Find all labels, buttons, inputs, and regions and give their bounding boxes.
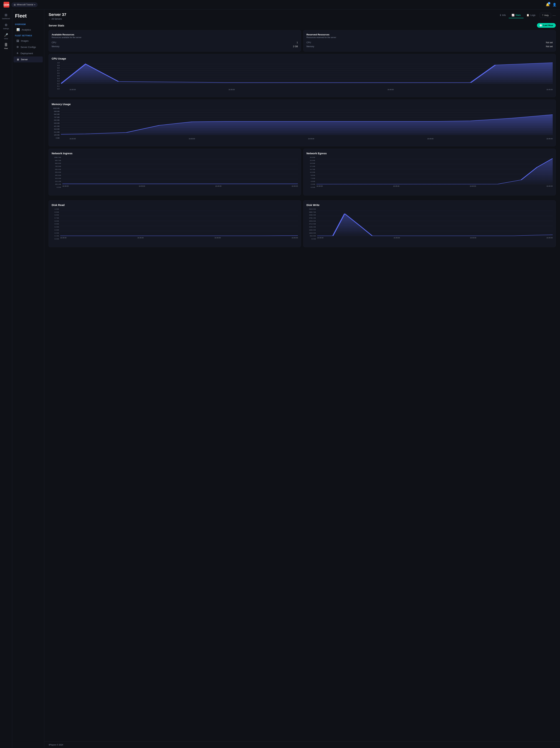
sidebar-item-fleet[interactable]: 🗄 Fleet — [0, 41, 12, 51]
nav-item-label: Analytics — [22, 28, 31, 31]
project-badge[interactable]: ⊞ Minecraft Tutorial ▾ — [11, 2, 38, 7]
brand-logo: ODIN — [4, 2, 9, 7]
reserved-cpu-label: CPU — [307, 41, 311, 44]
cpu-chart-area: 16:30:0016:35:0016:40:0016:45:00 — [61, 62, 553, 91]
last-hour-label: Last Hour — [543, 24, 553, 27]
sidebar-item-voice[interactable]: 🎤 Voice — [0, 31, 12, 41]
nav-item-server-configs[interactable]: ⚙ Server Configs — [14, 44, 43, 50]
network-charts-row: Network Ingress 1050.7 KB945.7 KB840.6 K… — [49, 149, 556, 198]
tab-stats[interactable]: 📈 Stats — [509, 12, 524, 18]
cpu-value: 1 — [297, 41, 298, 44]
reserved-memory-row: Memory Not set — [307, 45, 553, 48]
analytics-icon: 📊 — [17, 28, 20, 31]
cpu-label: CPU — [52, 41, 56, 44]
arrow-left-icon: ← — [49, 18, 51, 20]
ingress-chart-wrapper: 1050.7 KB945.7 KB840.6 KB735.5 KB 630.4 … — [52, 157, 298, 192]
disk-write-x-axis: 16:30:0016:35:0016:40:0016:45:00 — [317, 237, 553, 239]
topbar-left: ODIN ⊞ Minecraft Tutorial ▾ — [4, 2, 38, 7]
footer-text: 4Players © 2024 — [49, 744, 63, 746]
logs-icon: 📋 — [527, 14, 529, 17]
disk-write-wrapper: 5423.0 KB4880.7 KB4338.4 KB3796.1 KB 325… — [307, 208, 553, 244]
notifications-button[interactable]: 🔔 9 — [546, 3, 550, 7]
sidebar: ⊞ Dashboard ⚙ Settings 🎤 Voice 🗄 Fleet — [0, 9, 12, 748]
images-icon: 🖼 — [17, 39, 19, 42]
memory-y-axis: 1053 MB948 MB842 MB737 MB 632 MB526 MB42… — [52, 108, 60, 139]
memory-chart-title: Memory Usage — [52, 102, 553, 106]
disk-write-title: Disk Write — [307, 204, 553, 207]
resource-row-memory: Memory 2 GB — [52, 45, 298, 48]
sidebar-item-dashboard[interactable]: ⊞ Dashboard — [0, 11, 12, 21]
server-actions: ℹ Info 📈 Stats 📋 Logs ? — [497, 12, 556, 18]
topbar-right: 🔔 9 👤 — [546, 3, 556, 7]
reserved-memory-value: Not set — [546, 45, 553, 48]
settings-icon: ⚙ — [5, 23, 7, 27]
tab-label: Info — [502, 14, 506, 17]
available-resources-title: Available Resources — [52, 33, 298, 36]
disk-read-x-axis: 16:30:0016:35:0016:40:0016:45:00 — [60, 237, 298, 239]
cpu-chart-title: CPU Usage — [52, 57, 553, 60]
svg-text:ODIN: ODIN — [4, 3, 9, 6]
notification-count: 9 — [548, 2, 550, 4]
nav-item-label: Server Configs — [21, 46, 36, 48]
user-avatar[interactable]: 👤 — [553, 3, 556, 7]
tab-label: Logs — [530, 14, 535, 17]
dashboard-icon: ⊞ — [5, 13, 7, 17]
stats-icon: 📈 — [512, 14, 514, 17]
fleet-icon: 🗄 — [4, 43, 8, 47]
cpu-chart-wrapper: 1.00.90.80.7 0.60.50.40.3 0.20.10.0 — [52, 62, 553, 94]
network-egress-card: Network Egress 24.4 KB22.0 KB19.5 KB17.1… — [303, 149, 556, 195]
ingress-y-axis: 1050.7 KB945.7 KB840.6 KB735.5 KB 630.4 … — [52, 157, 62, 188]
sidebar-item-settings[interactable]: ⚙ Settings — [0, 21, 12, 31]
nav-item-deployment[interactable]: ✈ Deployment — [14, 50, 43, 56]
chevron-down-icon: ▾ — [34, 4, 35, 6]
available-resources-card: Available Resources Resources available … — [49, 30, 301, 51]
server-title-block: Server 37 ← All Servers — [49, 12, 66, 20]
sidebar-item-label: Dashboard — [2, 18, 10, 20]
tab-label: Stats — [515, 14, 521, 17]
grid-icon: ⊞ — [14, 3, 16, 6]
help-button[interactable]: ? Help — [540, 13, 551, 18]
left-nav-title: Fleet — [12, 13, 44, 22]
tab-logs[interactable]: 📋 Logs — [524, 12, 538, 18]
stats-section-title: Server Stats — [49, 24, 64, 27]
egress-chart-title: Network Egress — [307, 152, 553, 155]
nav-section-overview: OVERVIEW — [12, 22, 44, 26]
memory-label: Memory — [52, 45, 59, 48]
ingress-x-axis: 16:30:0016:35:0016:40:0016:45:00 — [63, 185, 298, 187]
server-header: Server 37 ← All Servers ℹ Info 📈 — [44, 9, 560, 20]
main-content: Server 37 ← All Servers ℹ Info 📈 — [44, 9, 560, 748]
clock-icon: 🕐 — [539, 24, 542, 27]
nav-item-server[interactable]: 🖥 Server — [14, 56, 43, 63]
memory-value: 2 GB — [293, 45, 298, 48]
help-label: Help — [544, 14, 549, 17]
left-nav: Fleet OVERVIEW 📊 Analytics FLEET SETTING… — [12, 9, 44, 748]
nav-item-label: Images — [21, 40, 29, 42]
back-label: All Servers — [51, 18, 62, 20]
cpu-usage-card: CPU Usage 1.00.90.80.7 0.60.50.40.3 0.20… — [49, 54, 556, 97]
cpu-x-axis: 16:30:0016:35:0016:40:0016:45:00 — [70, 89, 553, 91]
memory-usage-card: Memory Usage 1053 MB948 MB842 MB737 MB 6… — [49, 99, 556, 146]
footer: 4Players © 2024 — [44, 741, 560, 748]
info-icon: ℹ — [500, 14, 501, 17]
disk-read-y-axis: 1.0 KB0.9 KB0.8 KB0.7 KB 0.6 KB0.5 KB0.4… — [52, 208, 59, 240]
content-area: Server Stats 🕐 Last Hour Available Resou… — [44, 20, 560, 741]
nav-item-analytics[interactable]: 📊 Analytics — [14, 27, 43, 33]
memory-chart-area: 16:25:0016:30:0016:35:0016:40:0016:45:00 — [61, 108, 553, 140]
available-resources-sub: Resources available for the server — [52, 36, 298, 39]
reserved-resources-title: Reserved Resources — [307, 33, 553, 36]
disk-read-wrapper: 1.0 KB0.9 KB0.8 KB0.7 KB 0.6 KB0.5 KB0.4… — [52, 208, 298, 244]
disk-read-title: Disk Read — [52, 204, 298, 207]
resources-row: Available Resources Resources available … — [49, 30, 556, 51]
deployment-icon: ✈ — [17, 52, 19, 55]
ingress-chart-area: 16:30:0016:35:0016:40:0016:45:00 — [63, 157, 298, 189]
back-link[interactable]: ← All Servers — [49, 18, 66, 20]
disk-charts-row: Disk Read 1.0 KB0.9 KB0.8 KB0.7 KB 0.6 K… — [49, 201, 556, 250]
memory-chart-wrapper: 1053 MB948 MB842 MB737 MB 632 MB526 MB42… — [52, 108, 553, 143]
nav-item-images[interactable]: 🖼 Images — [14, 38, 43, 44]
tab-info[interactable]: ℹ Info — [497, 12, 509, 18]
egress-y-axis: 24.4 KB22.0 KB19.5 KB17.1 KB 14.7 KB12.2… — [307, 157, 316, 188]
more-options-button[interactable]: ⋯ — [553, 14, 556, 17]
memory-x-axis: 16:25:0016:30:0016:35:0016:40:0016:45:00 — [70, 138, 553, 140]
reserved-resources-card: Reserved Resources Resources reserved fo… — [303, 30, 556, 51]
last-hour-button[interactable]: 🕐 Last Hour — [537, 23, 556, 28]
